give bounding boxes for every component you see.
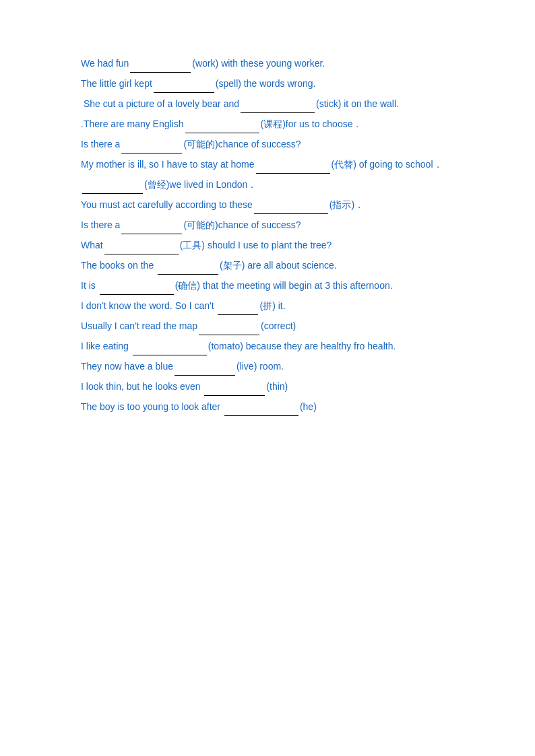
blank-6 <box>256 173 330 174</box>
blank-5 <box>121 153 182 153</box>
blank-2 <box>154 92 214 93</box>
exercise-container: We had fun(work) with these young worker… <box>81 54 454 416</box>
blank-13 <box>218 314 258 315</box>
blank-14 <box>199 335 259 335</box>
line-13: I don't know the word. So I can't (拼) it… <box>81 296 454 315</box>
line-11: The books on the (架子) are all about scie… <box>81 256 454 275</box>
blank-15 <box>133 355 207 355</box>
line-9: Is there a(可能的)chance of success? <box>81 215 454 234</box>
line-15: I like eating (tomato) because they are … <box>81 337 454 355</box>
line-4: .There are many English(课程)for us to cho… <box>81 114 454 133</box>
blank-3 <box>241 112 315 113</box>
line-10: What(工具) should I use to plant the tree? <box>81 236 454 254</box>
line-17: I look thin, but he looks even (thin) <box>81 377 454 396</box>
blank-12 <box>100 294 174 295</box>
line-7: (曾经)we lived in London． <box>81 175 454 194</box>
line-12: It is (确信) that the meeting will begin a… <box>81 276 454 295</box>
line-1: We had fun(work) with these young worker… <box>81 54 454 73</box>
line-14: Usually I can't read the map(correct) <box>81 316 454 335</box>
blank-17 <box>204 395 265 396</box>
blank-1 <box>130 72 191 73</box>
blank-11 <box>158 274 218 275</box>
blank-16 <box>175 375 235 376</box>
blank-8 <box>254 213 328 214</box>
line-2: The little girl kept(spell) the words wr… <box>81 74 454 93</box>
line-8: You must act carefully according to thes… <box>81 195 454 214</box>
blank-9 <box>121 234 182 234</box>
blank-4 <box>185 133 259 133</box>
line-18: The boy is too young to look after (he) <box>81 397 454 416</box>
blank-10 <box>104 254 179 254</box>
line-6: My mother is ill, so I have to stay at h… <box>81 155 454 174</box>
line-16: They now have a blue(live) room. <box>81 357 454 376</box>
blank-18 <box>224 415 298 416</box>
line-5: Is there a(可能的)chance of success? <box>81 135 454 153</box>
blank-7 <box>82 193 143 194</box>
line-3: She cut a picture of a lovely bear and(s… <box>81 94 454 113</box>
